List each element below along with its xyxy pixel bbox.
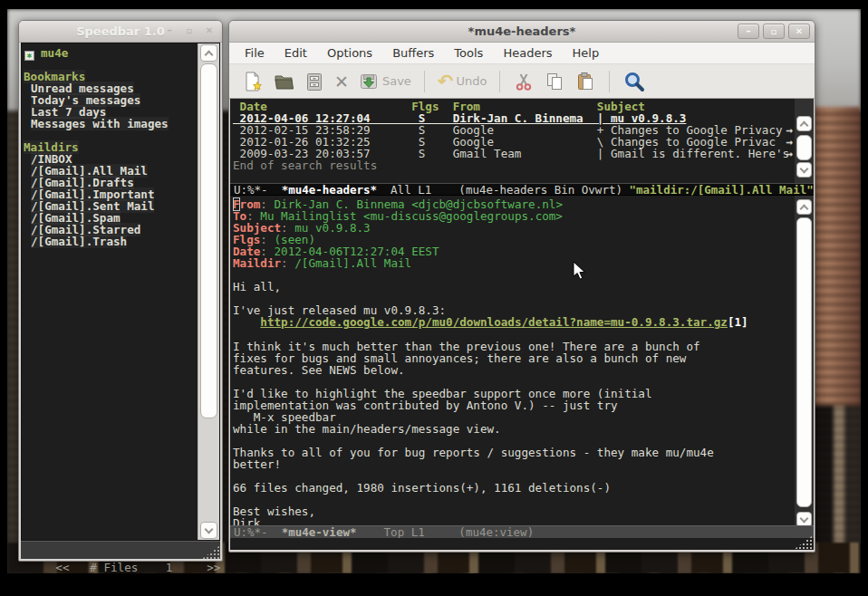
- paste-button[interactable]: [573, 69, 598, 94]
- message-line: [233, 494, 795, 505]
- message-line: Dirk.: [233, 517, 795, 525]
- message-line: Subject: mu v0.9.8.3: [233, 222, 795, 234]
- headers-pane[interactable]: Date Flgs From Subject 2012-04-06 12:27:…: [230, 99, 795, 183]
- message-line: Maildir: /[Gmail].All Mail: [233, 257, 795, 269]
- new-file-button[interactable]: [240, 69, 265, 94]
- message-line: while in the main/headers/message view.: [233, 423, 795, 435]
- message-line: better!: [233, 458, 795, 470]
- speedbar-tree: ✱mu4eBookmarksUnread messagesToday's mes…: [24, 47, 196, 540]
- cut-button[interactable]: [511, 69, 536, 94]
- save-button[interactable]: Save: [356, 69, 413, 94]
- emacs-frame-body: Date Flgs From Subject 2012-04-06 12:27:…: [230, 99, 814, 550]
- speedbar-status-text: << # Files 1 >>: [55, 561, 220, 574]
- close-button[interactable]: ✕: [788, 24, 810, 39]
- speedbar-line[interactable]: /[Gmail].Trash: [24, 236, 196, 247]
- speedbar-line[interactable]: Messages with images: [24, 118, 196, 130]
- headers-scroll-down-button[interactable]: [796, 162, 812, 178]
- emacs-window-controls: – ▫ ✕: [738, 24, 810, 39]
- menu-edit[interactable]: Edit: [275, 43, 317, 63]
- search-magnifier-icon: [622, 70, 646, 93]
- emacs-titlebar[interactable]: *mu4e-headers* – ▫ ✕: [229, 21, 815, 43]
- toolbar-separator: [609, 71, 610, 92]
- file-cabinet-icon: [304, 71, 325, 92]
- message-line: [233, 269, 795, 281]
- scrollbar-thumb[interactable]: [200, 63, 217, 418]
- open-folder-button[interactable]: [271, 69, 296, 94]
- message-line: http://code.google.com/p/mu0/downloads/d…: [233, 316, 795, 328]
- undo-button[interactable]: ↶ Undo: [436, 70, 489, 93]
- echo-area[interactable]: [230, 538, 814, 550]
- speedbar-line-label: mu4e: [41, 46, 68, 60]
- speedbar-window: Speedbar 1.0 – ▫ ✕ ✱mu4eBookmarksUnread …: [18, 20, 223, 562]
- scrollbar-column[interactable]: [795, 99, 814, 550]
- close-button[interactable]: ✕: [201, 24, 217, 39]
- message-line: features. See NEWS below.: [233, 364, 795, 376]
- speedbar-line-label: /[Gmail].Trash: [31, 235, 127, 248]
- mouse-cursor: [573, 261, 587, 281]
- menu-buffers[interactable]: Buffers: [382, 43, 444, 63]
- speedbar-window-controls: – ▫ ✕: [161, 24, 217, 39]
- speedbar-content: ✱mu4eBookmarksUnread messagesToday's mes…: [21, 43, 220, 541]
- end-of-search-text: End of search results: [233, 159, 795, 171]
- maximize-button[interactable]: ▫: [763, 24, 785, 39]
- save-icon: [358, 71, 380, 92]
- menu-options[interactable]: Options: [317, 43, 382, 63]
- menu-headers[interactable]: Headers: [493, 43, 562, 63]
- toolbar-separator: [499, 71, 500, 92]
- headers-modeline: U:%*- *mu4e-headers* All L1 (mu4e-header…: [230, 183, 814, 196]
- emacs-window: *mu4e-headers* – ▫ ✕ FileEditOptionsBuff…: [228, 20, 815, 553]
- emacs-window-title: *mu4e-headers*: [229, 24, 815, 38]
- speedbar-statusbar: << # Files 1 >>: [21, 541, 220, 559]
- view-scroll-up-button[interactable]: [796, 199, 812, 215]
- search-button[interactable]: [621, 68, 648, 95]
- scroll-up-button[interactable]: [200, 44, 217, 62]
- wallpaper-building-right: [808, 107, 861, 406]
- message-link[interactable]: http://code.google.com/p/mu0/downloads/d…: [260, 315, 728, 329]
- save-label: Save: [382, 74, 411, 88]
- header-row-text: 2009-03-23 20:03:57 S Gmail Team | Gmail…: [233, 148, 795, 159]
- speedbar-node-icon: ✱: [24, 51, 34, 61]
- speedbar-line-label: Messages with images: [31, 117, 169, 130]
- paste-icon: [574, 71, 596, 92]
- cut-scissors-icon: [513, 71, 535, 92]
- headers-scrollbar-thumb[interactable]: [796, 135, 812, 160]
- message-view-pane[interactable]: From: Dirk-Jan C. Binnema <djcb@djcbsoft…: [230, 196, 795, 525]
- close-buffer-button[interactable]: ✕: [333, 70, 351, 93]
- file-cabinet-button[interactable]: [302, 69, 327, 94]
- new-file-icon: [242, 71, 264, 92]
- minimize-button[interactable]: –: [161, 24, 178, 39]
- undo-icon: ↶: [438, 72, 454, 91]
- headers-rows: 2012-04-06 12:27:04 S Dirk-Jan C. Binnem…: [233, 112, 795, 159]
- copy-button[interactable]: [542, 69, 567, 94]
- speedbar-titlebar[interactable]: Speedbar 1.0 – ▫ ✕: [19, 21, 222, 43]
- maximize-button[interactable]: ▫: [181, 24, 198, 39]
- copy-icon: [544, 71, 565, 92]
- open-folder-icon: [273, 71, 294, 92]
- view-modeline: U:%*- *mu4e-view* Top L1 (mu4e:view): [230, 525, 814, 538]
- speedbar-line[interactable]: ✱mu4e: [24, 47, 196, 59]
- menu-help[interactable]: Help: [563, 43, 610, 63]
- minimize-button[interactable]: –: [738, 24, 759, 39]
- speedbar-scrollbar[interactable]: [198, 43, 219, 540]
- resize-grip[interactable]: [202, 545, 220, 559]
- headers-scroll-up-button[interactable]: [796, 116, 812, 131]
- message-line: 66 files changed, 1980 insertions(+), 11…: [233, 482, 795, 494]
- menu-tools[interactable]: Tools: [444, 43, 493, 63]
- toolbar-separator: [424, 71, 425, 92]
- menu-file[interactable]: File: [235, 43, 275, 63]
- close-x-icon: ✕: [334, 72, 349, 91]
- message-line: Hi all,: [233, 281, 795, 293]
- header-row[interactable]: 2009-03-23 20:03:57 S Gmail Team | Gmail…: [233, 148, 795, 159]
- truncation-arrow-icon: →: [786, 148, 793, 159]
- undo-label: Undo: [456, 74, 487, 88]
- message-line: Best wishes,: [233, 505, 795, 517]
- scroll-down-button[interactable]: [200, 522, 217, 539]
- toolbar: ✕ Save ↶ Undo: [229, 64, 815, 99]
- menu-bar: FileEditOptionsBuffersToolsHeadersHelp: [229, 43, 815, 64]
- message-line: Thanks to all of you for bug reports / s…: [233, 447, 795, 458]
- view-scrollbar-thumb[interactable]: [796, 217, 812, 507]
